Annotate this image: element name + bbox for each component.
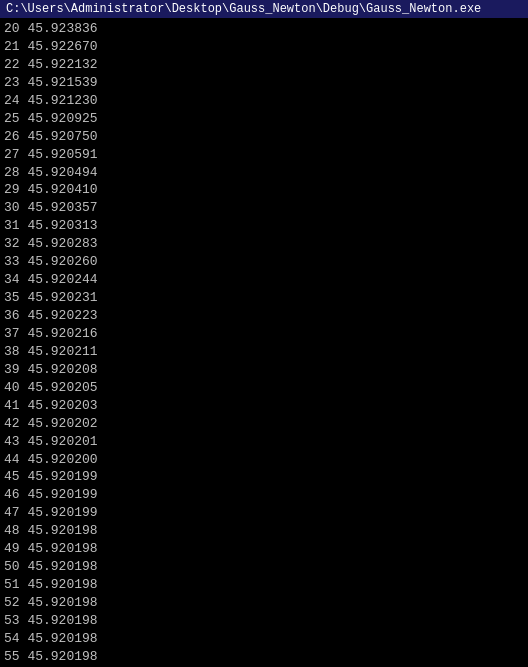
table-row: 30 45.920357	[4, 199, 524, 217]
table-row: 39 45.920208	[4, 361, 524, 379]
table-row: 49 45.920198	[4, 540, 524, 558]
table-row: 50 45.920198	[4, 558, 524, 576]
table-row: 42 45.920202	[4, 415, 524, 433]
table-row: 20 45.923836	[4, 20, 524, 38]
table-row: 32 45.920283	[4, 235, 524, 253]
output-lines: 20 45.92383621 45.92267022 45.92213223 4…	[4, 20, 524, 667]
table-row: 22 45.922132	[4, 56, 524, 74]
table-row: 45 45.920199	[4, 468, 524, 486]
table-row: 37 45.920216	[4, 325, 524, 343]
title-text: C:\Users\Administrator\Desktop\Gauss_New…	[6, 2, 481, 16]
table-row: 38 45.920211	[4, 343, 524, 361]
table-row: 40 45.920205	[4, 379, 524, 397]
table-row: 48 45.920198	[4, 522, 524, 540]
table-row: 24 45.921230	[4, 92, 524, 110]
table-row: 52 45.920198	[4, 594, 524, 612]
table-row: 31 45.920313	[4, 217, 524, 235]
table-row: 47 45.920199	[4, 504, 524, 522]
table-row: 29 45.920410	[4, 181, 524, 199]
table-row: 36 45.920223	[4, 307, 524, 325]
console-body: 20 45.92383621 45.92267022 45.92213223 4…	[0, 18, 528, 667]
table-row: 27 45.920591	[4, 146, 524, 164]
table-row: 26 45.920750	[4, 128, 524, 146]
table-row: 55 45.920198	[4, 648, 524, 666]
table-row: 34 45.920244	[4, 271, 524, 289]
table-row: 44 45.920200	[4, 451, 524, 469]
title-bar: C:\Users\Administrator\Desktop\Gauss_New…	[0, 0, 528, 18]
table-row: 25 45.920925	[4, 110, 524, 128]
table-row: 41 45.920203	[4, 397, 524, 415]
table-row: 28 45.920494	[4, 164, 524, 182]
table-row: 54 45.920198	[4, 630, 524, 648]
table-row: 33 45.920260	[4, 253, 524, 271]
table-row: 53 45.920198	[4, 612, 524, 630]
table-row: 46 45.920199	[4, 486, 524, 504]
table-row: 21 45.922670	[4, 38, 524, 56]
table-row: 51 45.920198	[4, 576, 524, 594]
table-row: 35 45.920231	[4, 289, 524, 307]
table-row: 23 45.921539	[4, 74, 524, 92]
table-row: 43 45.920201	[4, 433, 524, 451]
